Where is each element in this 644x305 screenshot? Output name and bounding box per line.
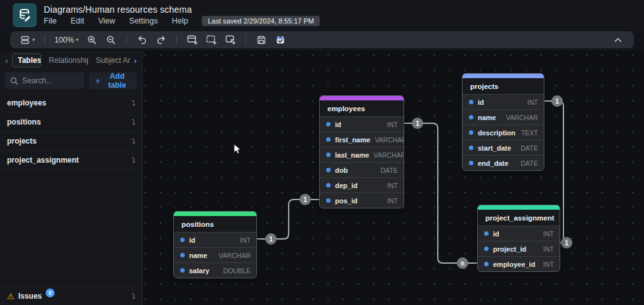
field-name: last_name xyxy=(335,151,369,159)
field-type: VARCHAR xyxy=(375,136,404,144)
last-saved-badge: Last saved 2/29/2024, 8:55:17 PM xyxy=(202,16,320,26)
view-mode-dropdown[interactable]: ▾ xyxy=(18,32,37,47)
field-row[interactable]: employee_id INT xyxy=(478,256,560,271)
table-name: project_assignment xyxy=(478,210,560,226)
sidebar-item-project-assignment[interactable]: project_assignment ⤵︎ xyxy=(0,151,142,170)
add-area-button[interactable] xyxy=(203,32,220,47)
table-accent-bar xyxy=(463,74,544,78)
table-project-assignment[interactable]: project_assignment id INT project_id INT… xyxy=(477,205,560,272)
search-box[interactable] xyxy=(5,72,84,89)
field-row[interactable]: dep_id INT xyxy=(320,177,404,193)
sidebar-search-row: + Add table xyxy=(0,69,142,93)
chevron-down-icon[interactable]: ⤵︎ xyxy=(132,118,136,126)
field-type: DATE xyxy=(381,166,398,174)
field-type: VARCHAR xyxy=(374,151,404,159)
field-row[interactable]: name VARCHAR xyxy=(463,109,544,125)
undo-button[interactable] xyxy=(134,32,150,47)
field-type: VARCHAR xyxy=(506,114,538,121)
redo-button[interactable] xyxy=(153,32,169,47)
sidebar-item-positions[interactable]: positions ⤵︎ xyxy=(0,112,142,132)
field-name: employee_id xyxy=(493,261,536,268)
sidebar-item-projects[interactable]: projects ⤵︎ xyxy=(0,132,142,151)
menu-settings[interactable]: Settings xyxy=(129,17,158,25)
tab-subject-areas[interactable]: Subject Are xyxy=(91,54,130,67)
toolbar-divider xyxy=(246,35,246,44)
plus-icon: + xyxy=(95,76,100,86)
field-name: id xyxy=(493,230,499,238)
field-row[interactable]: salary DOUBLE xyxy=(174,262,256,278)
chevron-down-icon[interactable]: ⤵︎ xyxy=(132,292,136,300)
field-type: DATE xyxy=(521,144,538,152)
tab-tables[interactable]: Tables xyxy=(12,53,41,67)
field-type: INT xyxy=(387,182,398,189)
diagram-canvas[interactable]: 1 1 1 n 1 1 employees id INT xyxy=(143,51,644,305)
zoom-level-dropdown[interactable]: 100% ▾ xyxy=(52,32,81,47)
todo-button[interactable] xyxy=(272,32,289,47)
table-positions[interactable]: positions id INT name VARCHAR salary DOU… xyxy=(173,211,257,278)
sidebar-item-label: project_assignment xyxy=(7,156,79,165)
toolbar: ▾ 100% ▾ xyxy=(10,31,634,48)
caret-down-icon: ▾ xyxy=(76,37,79,43)
issues-panel-toggle[interactable]: ⚠︎ Issues 0 ⤵︎ xyxy=(0,287,142,305)
field-type: INT xyxy=(240,236,251,244)
field-row[interactable]: id INT xyxy=(478,226,560,241)
chevron-down-icon[interactable]: ⤵︎ xyxy=(132,156,136,164)
menu-view[interactable]: View xyxy=(98,17,115,25)
zoom-out-button[interactable] xyxy=(103,32,119,47)
sidebar-item-label: positions xyxy=(7,118,41,126)
field-dot-icon xyxy=(469,100,473,104)
field-dot-icon xyxy=(326,137,331,142)
add-table-button[interactable] xyxy=(184,32,200,47)
sidebar-item-employees[interactable]: employees ⤵︎ xyxy=(0,93,142,112)
menubar: File Edit View Settings Help Last saved … xyxy=(44,16,320,26)
field-name: dob xyxy=(335,166,348,174)
field-row[interactable]: description TEXT xyxy=(463,125,544,140)
field-row[interactable]: start_date DATE xyxy=(463,140,544,155)
menu-file[interactable]: File xyxy=(44,17,56,25)
field-type: INT xyxy=(543,245,554,253)
tabs-scroll-right-icon[interactable]: › xyxy=(133,56,138,65)
field-row[interactable]: name VARCHAR xyxy=(174,247,256,262)
field-dot-icon xyxy=(484,247,489,251)
field-row[interactable]: end_date DATE xyxy=(463,155,544,170)
cardinality-label: 1 xyxy=(269,236,273,243)
tabs-scroll-left-icon[interactable]: ‹ xyxy=(4,56,10,65)
main-area: ‹ Tables Relationships Subject Are › + A… xyxy=(0,51,644,305)
app-logo[interactable] xyxy=(13,3,37,27)
search-input[interactable] xyxy=(22,76,79,85)
add-note-button[interactable] xyxy=(222,32,239,47)
field-row[interactable]: first_name VARCHAR xyxy=(320,132,404,147)
field-row[interactable]: project_id INT xyxy=(478,241,560,256)
cardinality-label: n xyxy=(461,260,464,267)
menu-help[interactable]: Help xyxy=(172,17,188,25)
field-dot-icon xyxy=(469,115,473,119)
page-title[interactable]: Diagrams/Human resources schema xyxy=(44,4,320,15)
field-row[interactable]: id INT xyxy=(174,232,256,247)
add-table-button-sidebar[interactable]: + Add table xyxy=(89,72,137,89)
chevron-down-icon[interactable]: ⤵︎ xyxy=(132,99,136,107)
table-employees[interactable]: employees id INT first_name VARCHAR last… xyxy=(319,95,404,208)
field-row[interactable]: dob DATE xyxy=(320,162,404,177)
field-row[interactable]: last_name VARCHAR xyxy=(320,147,404,162)
field-dot-icon xyxy=(180,238,185,242)
table-projects[interactable]: projects id INT name VARCHAR description… xyxy=(462,73,544,171)
field-row[interactable]: id INT xyxy=(463,94,544,109)
toolbar-divider xyxy=(126,35,127,44)
save-button[interactable] xyxy=(253,32,270,47)
field-name: name xyxy=(189,252,207,259)
field-name: name xyxy=(478,114,496,121)
field-dot-icon xyxy=(326,152,331,157)
chevron-down-icon[interactable]: ⤵︎ xyxy=(132,137,136,145)
zoom-in-button[interactable] xyxy=(84,32,100,47)
search-icon xyxy=(10,77,18,85)
field-row[interactable]: id INT xyxy=(320,116,404,132)
field-dot-icon xyxy=(326,183,331,187)
menu-edit[interactable]: Edit xyxy=(70,17,84,25)
collapse-toolbar-button[interactable] xyxy=(610,32,626,47)
field-row[interactable]: pos_id INT xyxy=(320,193,404,208)
cardinality-label: 1 xyxy=(555,98,559,105)
sidebar-item-label: projects xyxy=(7,137,37,146)
table-name: employees xyxy=(320,100,404,116)
sidebar: ‹ Tables Relationships Subject Are › + A… xyxy=(0,51,143,305)
tab-relationships[interactable]: Relationships xyxy=(44,54,88,67)
